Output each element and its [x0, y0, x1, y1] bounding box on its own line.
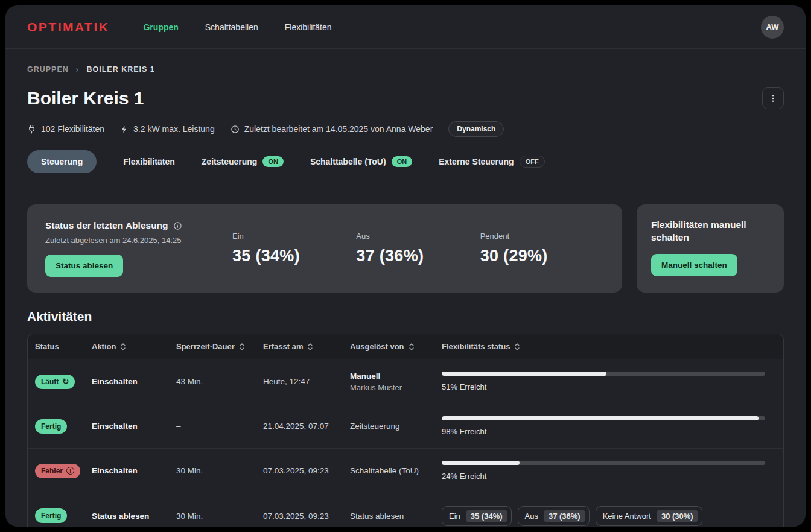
recorded-cell: 07.03.2025, 09:23: [263, 466, 350, 475]
breadcrumb-item-current: BOILER KREIS 1: [87, 65, 155, 74]
table-row: FertigStatus ablesen30 Min.07.03.2025, 0…: [28, 493, 783, 527]
tab-externe-steuerung[interactable]: Externe Steuerung OFF: [439, 156, 544, 168]
status-badge: Fertig: [35, 508, 67, 523]
activities-section: Aktivitäten StatusAktionSperrzeit-DauerE…: [5, 309, 806, 527]
cards-section: Status der letzten Ablesung Zuletzt abge…: [5, 188, 806, 293]
duration-cell: 43 Min.: [176, 377, 263, 386]
avatar[interactable]: AW: [761, 16, 784, 39]
result-chip: Aus37 (36%): [518, 506, 590, 526]
tab-label: Zeitsteuerung: [202, 157, 258, 166]
page-head: GRUPPEN › BOILER KREIS 1 Boiler Kreis 1 …: [5, 49, 806, 188]
column-header-ausgelöst-von[interactable]: Ausgelöst von: [350, 342, 442, 351]
recorded-cell: 21.04.2025, 07:07: [263, 422, 350, 431]
action-cell: Einschalten: [92, 466, 176, 475]
column-header-erfasst-am[interactable]: Erfasst am: [263, 342, 350, 351]
chevron-right-icon: ›: [76, 65, 80, 74]
status-cell: Läuft↻: [35, 375, 92, 389]
page-title: Boiler Kreis 1: [27, 88, 144, 109]
sort-icon: [409, 343, 415, 351]
column-header-flexibilitäts-status[interactable]: Flexibilitäts status: [442, 342, 776, 351]
mode-badge: Dynamisch: [448, 121, 504, 137]
kebab-icon: [768, 93, 778, 103]
trigger-cell: Zeitsteuerung: [350, 422, 442, 431]
main-nav: Gruppen Schalttabellen Flexibilitäten: [143, 22, 761, 32]
action-cell: Status ablesen: [92, 511, 176, 521]
trigger-cell: ManuellMarkus Muster: [350, 372, 442, 392]
tab-schalttabelle-tou[interactable]: Schalttabelle (ToU) ON: [310, 156, 412, 167]
stat-aus: Aus 37 (36%): [356, 232, 480, 265]
section-tabs: Steuerung Flexibilitäten Zeitsteuerung O…: [27, 150, 784, 188]
tab-label: Schalttabelle (ToU): [310, 157, 386, 166]
sort-icon: [514, 343, 520, 351]
sort-icon: [120, 343, 126, 351]
status-card: Status der letzten Ablesung Zuletzt abge…: [27, 204, 622, 293]
stat-ein: Ein 35 (34%): [232, 232, 356, 265]
breadcrumb-item-gruppen[interactable]: GRUPPEN: [27, 65, 69, 74]
stat-pendent: Pendent 30 (29%): [480, 232, 604, 265]
breadcrumb: GRUPPEN › BOILER KREIS 1: [27, 49, 784, 74]
nav-item-schalttabellen[interactable]: Schalttabellen: [205, 22, 258, 32]
top-nav: OPTIMATIK Gruppen Schalttabellen Flexibi…: [5, 5, 806, 49]
status-cell: Fertig: [35, 508, 92, 523]
off-badge: OFF: [520, 156, 545, 168]
manual-switch-card: Flexibilitäten manuell schalten Manuell …: [637, 204, 784, 293]
status-stats: Ein 35 (34%) Aus 37 (36%) Pendent 30 (29…: [232, 232, 604, 265]
plug-icon: [27, 125, 36, 134]
meta-flexibilities-label: 102 Flexibilitäten: [41, 124, 104, 134]
flex-status-cell: 98% Erreicht: [442, 416, 776, 436]
brand-logo[interactable]: OPTIMATIK: [27, 20, 109, 34]
trigger-cell: Status ablesen: [350, 511, 442, 521]
table-row: Fehler!Einschalten30 Min.07.03.2025, 09:…: [28, 449, 783, 493]
refresh-icon: ↻: [62, 378, 69, 385]
meta-last-edited-label: Zuletzt bearbeitet am 14.05.2025 von Ann…: [244, 124, 433, 134]
table-row: Läuft↻Einschalten43 Min.Heute, 12:47Manu…: [28, 359, 783, 404]
activities-table: StatusAktionSperrzeit-DauerErfasst amAus…: [27, 334, 784, 527]
nav-item-flexibilitaeten[interactable]: Flexibilitäten: [285, 22, 332, 32]
tab-zeitsteuerung[interactable]: Zeitsteuerung ON: [202, 156, 284, 167]
on-badge: ON: [262, 156, 284, 167]
trigger-cell: Schalttabelle (ToU): [350, 466, 442, 475]
read-status-button[interactable]: Status ablesen: [45, 255, 123, 277]
duration-cell: –: [176, 422, 263, 431]
sort-icon: [307, 343, 313, 351]
nav-item-gruppen[interactable]: Gruppen: [143, 22, 178, 32]
app-window: OPTIMATIK Gruppen Schalttabellen Flexibi…: [5, 5, 806, 527]
column-header-sperrzeit-dauer[interactable]: Sperrzeit-Dauer: [176, 342, 263, 351]
status-badge: Fertig: [35, 419, 67, 434]
progress-bar: [442, 372, 765, 376]
status-card-title: Status der letzten Ablesung: [45, 220, 168, 231]
manual-switch-button[interactable]: Manuell schalten: [651, 254, 737, 276]
bolt-icon: [120, 125, 129, 134]
table-body: Läuft↻Einschalten43 Min.Heute, 12:47Manu…: [28, 359, 783, 527]
result-chip: Keine Antwort30 (30%): [596, 506, 702, 526]
meta-max-power: 3.2 kW max. Leistung: [120, 124, 215, 134]
column-header-status: Status: [35, 342, 92, 351]
status-cell: Fehler!: [35, 464, 92, 478]
meta-last-edited: Zuletzt bearbeitet am 14.05.2025 von Ann…: [231, 124, 433, 134]
column-header-aktion[interactable]: Aktion: [92, 342, 176, 351]
activities-title: Aktivitäten: [27, 309, 784, 324]
progress-label: 24% Erreicht: [442, 472, 768, 481]
status-card-subtitle: Zuletzt abgelesen am 24.6.2025, 14:25: [45, 236, 218, 245]
meta-flexibilities: 102 Flexibilitäten: [27, 124, 104, 134]
meta-max-power-label: 3.2 kW max. Leistung: [133, 124, 215, 134]
progress-bar: [442, 416, 765, 420]
status-badge: Fehler!: [35, 464, 80, 478]
tab-steuerung[interactable]: Steuerung: [27, 150, 97, 173]
manual-card-title: Flexibilitäten manuell schalten: [651, 219, 769, 244]
progress-label: 98% Erreicht: [442, 427, 768, 436]
status-badge: Läuft↻: [35, 375, 75, 389]
action-cell: Einschalten: [92, 422, 176, 431]
info-icon: [173, 221, 182, 230]
flex-status-cell: Ein35 (34%)Aus37 (36%)Keine Antwort30 (3…: [442, 506, 776, 526]
tab-flexibilitaeten[interactable]: Flexibilitäten: [123, 157, 175, 166]
duration-cell: 30 Min.: [176, 466, 263, 475]
status-cell: Fertig: [35, 419, 92, 434]
clock-icon: [231, 125, 240, 134]
on-badge: ON: [392, 156, 413, 167]
duration-cell: 30 Min.: [176, 511, 263, 521]
meta-row: 102 Flexibilitäten 3.2 kW max. Leistung …: [27, 121, 784, 137]
more-options-button[interactable]: [762, 87, 784, 109]
progress-bar: [442, 461, 765, 465]
table-header: StatusAktionSperrzeit-DauerErfasst amAus…: [28, 334, 783, 359]
